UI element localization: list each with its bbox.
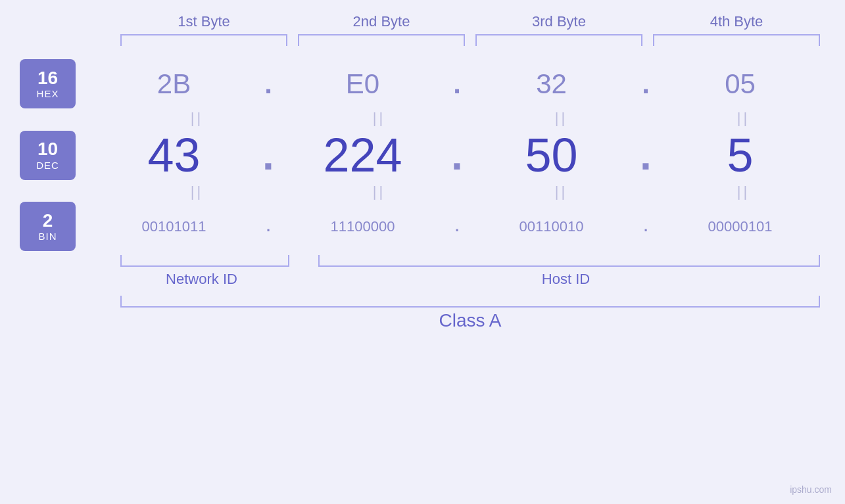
- hex-cell-3: 32: [466, 68, 637, 100]
- class-a-label: Class A: [115, 310, 825, 331]
- dec-cell-2: 224: [278, 128, 448, 182]
- byte-label-3: 3rd Byte: [470, 13, 648, 34]
- byte-label-1: 1st Byte: [115, 13, 293, 34]
- dec-badge: 10 DEC: [20, 131, 76, 180]
- bin-val-3: 00110010: [519, 218, 584, 235]
- bin-val-4: 00000101: [708, 218, 773, 235]
- main-container: 1st Byte 2nd Byte 3rd Byte 4th Byte 16 H…: [0, 0, 845, 504]
- bracket-top-2: [298, 34, 465, 46]
- dot-dec-2: .: [448, 131, 466, 179]
- bin-cell-3: 00110010: [466, 218, 637, 235]
- host-id-label: Host ID: [306, 271, 825, 288]
- dot-bin-1: .: [259, 218, 278, 235]
- hex-cell-2: E0: [278, 68, 448, 100]
- dec-cell-1: 43: [89, 128, 259, 182]
- eq-1-1: ||: [115, 110, 279, 127]
- hex-base-label: HEX: [37, 88, 59, 99]
- hex-badge: 16 HEX: [20, 59, 76, 108]
- eq-1-2: ||: [297, 110, 461, 127]
- eq-2-3: ||: [479, 183, 643, 200]
- hex-val-4: 05: [725, 68, 756, 99]
- eq-1-3: ||: [479, 110, 643, 127]
- byte-label-2: 2nd Byte: [293, 13, 470, 34]
- hex-val-3: 32: [536, 68, 567, 99]
- eq-row-2: || || || ||: [20, 182, 825, 202]
- dot-dec-1: .: [259, 131, 278, 179]
- bottom-brackets-network-host: [20, 255, 825, 267]
- dot-bin-3: .: [637, 218, 655, 235]
- bin-row: 2 BIN 00101011 . 11100000 . 00110010 . 0…: [20, 202, 825, 251]
- dec-cell-4: 5: [655, 128, 825, 182]
- dot-hex-3: .: [637, 68, 655, 100]
- top-brackets: [20, 34, 825, 46]
- bin-cell-2: 11100000: [278, 218, 448, 235]
- bin-cells: 00101011 . 11100000 . 00110010 . 0000010…: [89, 218, 825, 235]
- dec-val-4: 5: [727, 129, 753, 181]
- network-id-label: Network ID: [115, 271, 288, 288]
- watermark: ipshu.com: [790, 484, 832, 495]
- class-label-row: Class A: [20, 310, 825, 331]
- dot-dec-3: .: [637, 131, 655, 179]
- class-a-bracket: [120, 296, 820, 308]
- class-bracket-row: [20, 296, 825, 308]
- dot-bin-2: .: [448, 218, 466, 235]
- hex-val-2: E0: [346, 68, 379, 99]
- dec-base-num: 10: [37, 139, 58, 160]
- id-labels-row: Network ID Host ID: [20, 271, 825, 288]
- eq-2-4: ||: [662, 183, 825, 200]
- dot-hex-2: .: [448, 68, 466, 100]
- bin-cell-4: 00000101: [655, 218, 825, 235]
- eq-row-1: || || || ||: [20, 108, 825, 128]
- dot-hex-1: .: [259, 68, 278, 100]
- bracket-top-1: [120, 34, 287, 46]
- bin-base-num: 2: [43, 211, 53, 231]
- bracket-top-4: [653, 34, 820, 46]
- dec-row: 10 DEC 43 . 224 . 50 . 5: [20, 128, 825, 182]
- bin-badge: 2 BIN: [20, 202, 76, 251]
- dec-cell-3: 50: [466, 128, 637, 182]
- hex-base-num: 16: [37, 68, 58, 89]
- bracket-bottom-network: [120, 255, 289, 267]
- hex-val-1: 2B: [157, 68, 191, 99]
- dec-val-3: 50: [525, 129, 577, 181]
- bracket-bottom-host: [318, 255, 820, 267]
- eq-2-2: ||: [297, 183, 461, 200]
- bin-base-label: BIN: [38, 231, 57, 242]
- byte-labels-row: 1st Byte 2nd Byte 3rd Byte 4th Byte: [20, 13, 825, 34]
- dec-cells: 43 . 224 . 50 . 5: [89, 128, 825, 182]
- dec-val-2: 224: [323, 129, 402, 181]
- bracket-top-3: [475, 34, 642, 46]
- bin-val-1: 00101011: [142, 218, 206, 235]
- bin-cell-1: 00101011: [89, 218, 259, 235]
- hex-cell-4: 05: [655, 68, 825, 100]
- eq-1-4: ||: [662, 110, 825, 127]
- hex-row: 16 HEX 2B . E0 . 32 . 05: [20, 59, 825, 108]
- eq-2-1: ||: [115, 183, 279, 200]
- dec-val-1: 43: [147, 129, 200, 181]
- dec-base-label: DEC: [36, 160, 59, 171]
- hex-cell-1: 2B: [89, 68, 259, 100]
- byte-label-4: 4th Byte: [648, 13, 825, 34]
- hex-cells: 2B . E0 . 32 . 05: [89, 68, 825, 100]
- bin-val-2: 11100000: [331, 218, 395, 235]
